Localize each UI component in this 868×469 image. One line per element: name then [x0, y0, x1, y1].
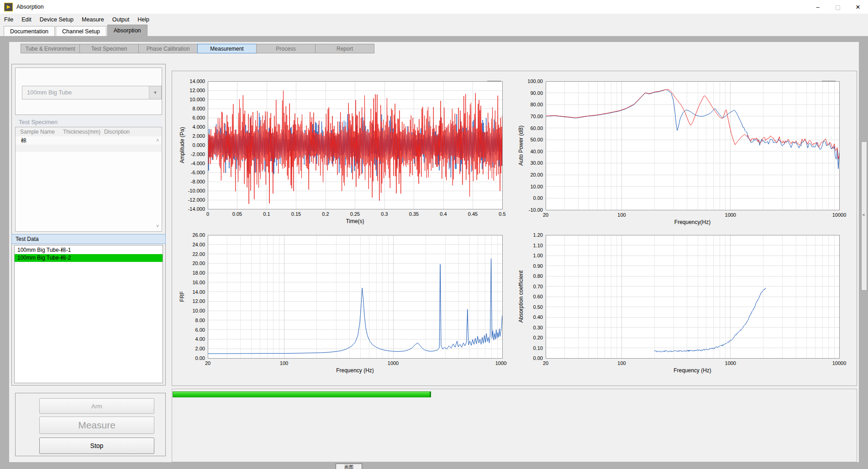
- svg-text:0.90: 0.90: [533, 263, 543, 269]
- close-button[interactable]: ✕: [848, 0, 868, 14]
- scroll-down-icon[interactable]: ˅: [156, 224, 159, 229]
- test-specimen-table[interactable]: Sample Name Thickness(mm) Discription 棉 …: [15, 127, 162, 232]
- svg-text:2.000: 2.000: [192, 133, 205, 139]
- svg-text:0.10: 0.10: [533, 345, 543, 351]
- svg-text:70.00: 70.00: [530, 114, 543, 119]
- stop-button[interactable]: Stop: [39, 438, 154, 454]
- svg-text:Frequency (Hz): Frequency (Hz): [673, 367, 711, 374]
- arm-button[interactable]: Arm: [39, 398, 154, 414]
- svg-text:8.000: 8.000: [192, 106, 205, 111]
- svg-text:90.00: 90.00: [530, 90, 543, 96]
- svg-text:-10.00: -10.00: [529, 207, 543, 213]
- test-data-list[interactable]: 100mm Big Tube-棉-1 100mm Big Tube-棉-2: [14, 245, 163, 383]
- progress-bar: [173, 391, 856, 397]
- svg-text:20.00: 20.00: [530, 172, 543, 177]
- svg-text:0.15: 0.15: [291, 211, 301, 217]
- svg-text:10.00: 10.00: [192, 308, 205, 313]
- chevron-down-icon[interactable]: ▼: [149, 86, 161, 99]
- scroll-up-icon[interactable]: ˄: [156, 138, 159, 143]
- subtab-test-specimen[interactable]: Test Specimen: [79, 44, 139, 53]
- svg-text:-12.000: -12.000: [188, 197, 205, 203]
- svg-text:20: 20: [205, 360, 210, 366]
- svg-text:0.4: 0.4: [440, 211, 447, 217]
- svg-text:22.00: 22.00: [192, 251, 205, 257]
- control-buttons-panel: Arm Measure Stop: [15, 393, 166, 456]
- app-icon-arrow: ▶: [7, 5, 11, 9]
- svg-text:20: 20: [543, 360, 548, 366]
- svg-text:1.20: 1.20: [533, 232, 543, 238]
- svg-text:0.40: 0.40: [533, 314, 543, 320]
- tab-absorption[interactable]: Absorption: [107, 25, 147, 36]
- svg-text:0.05: 0.05: [232, 211, 242, 217]
- svg-text:0.1: 0.1: [263, 211, 270, 217]
- subtab-measurement[interactable]: Measurement: [197, 44, 257, 53]
- svg-text:14.00: 14.00: [192, 289, 205, 295]
- svg-text:8.00: 8.00: [195, 318, 205, 323]
- minimize-button[interactable]: –: [808, 0, 828, 14]
- menu-bar: File Edit Device Setup Measure Output He…: [0, 14, 868, 25]
- svg-text:26.00: 26.00: [192, 232, 205, 238]
- measure-button[interactable]: Measure: [39, 417, 154, 434]
- progress-bar-fill: [173, 391, 431, 397]
- svg-text:20.00: 20.00: [192, 261, 205, 266]
- status-panel: [172, 389, 857, 462]
- svg-text:0.5: 0.5: [499, 211, 505, 217]
- subtab-tube-environment[interactable]: Tube & Environment: [21, 44, 80, 53]
- list-item[interactable]: 100mm Big Tube-棉-1: [15, 246, 163, 254]
- splitter-handle[interactable]: <: [861, 141, 867, 291]
- menu-output[interactable]: Output: [108, 14, 134, 25]
- svg-text:FRF: FRF: [179, 291, 185, 302]
- svg-text:0.3: 0.3: [381, 211, 388, 217]
- svg-text:10.00: 10.00: [530, 184, 543, 189]
- impedance-tube-dropdown[interactable]: 100mm Big Tube ▼: [22, 86, 162, 99]
- svg-text:30.00: 30.00: [530, 160, 543, 166]
- svg-text:10000: 10000: [832, 360, 847, 366]
- svg-text:100: 100: [617, 212, 626, 218]
- table-row-empty[interactable]: [16, 145, 162, 152]
- svg-text:24.00: 24.00: [192, 242, 205, 247]
- svg-text:Frequency(Hz): Frequency(Hz): [674, 219, 710, 225]
- svg-text:80.00: 80.00: [530, 102, 543, 107]
- svg-text:2.00: 2.00: [195, 346, 205, 351]
- svg-text:1000: 1000: [725, 212, 736, 218]
- table-row[interactable]: 棉: [16, 136, 162, 145]
- menu-file[interactable]: File: [0, 14, 17, 25]
- svg-text:6.00: 6.00: [195, 327, 205, 333]
- svg-text:12.00: 12.00: [192, 298, 205, 304]
- bottom-tab-huitu[interactable]: 画图: [336, 464, 362, 469]
- menu-help[interactable]: Help: [133, 14, 153, 25]
- list-item-selected[interactable]: 100mm Big Tube-棉-2: [15, 254, 163, 262]
- menu-measure[interactable]: Measure: [78, 14, 108, 25]
- tab-channel-setup[interactable]: Channel Setup: [56, 26, 106, 36]
- svg-text:18.00: 18.00: [192, 270, 205, 276]
- svg-text:4.00: 4.00: [195, 336, 205, 342]
- menu-edit[interactable]: Edit: [17, 14, 36, 25]
- svg-text:0.000: 0.000: [192, 142, 205, 148]
- svg-text:-6.000: -6.000: [191, 170, 205, 175]
- frf-graph: 26.0024.0022.0020.0018.0016.0014.0012.00…: [177, 230, 507, 381]
- svg-text:60.00: 60.00: [530, 125, 543, 131]
- svg-text:Time(s): Time(s): [346, 218, 364, 224]
- svg-text:-8.000: -8.000: [191, 179, 205, 184]
- svg-text:20: 20: [543, 212, 548, 218]
- maximize-button[interactable]: ▢: [828, 0, 848, 14]
- subtab-report[interactable]: Report: [315, 44, 374, 53]
- subtab-process[interactable]: Process: [256, 44, 316, 53]
- svg-text:Frequency (Hz): Frequency (Hz): [336, 367, 374, 374]
- svg-text:1000: 1000: [725, 360, 736, 366]
- svg-text:40.00: 40.00: [530, 149, 543, 154]
- test-specimen-title: Test Specimen: [15, 117, 162, 127]
- menu-device-setup[interactable]: Device Setup: [36, 14, 78, 25]
- svg-text:10000: 10000: [832, 212, 847, 218]
- time-domain-graph: 104.35dB 106.47dB Dev1/ai0 Dev1/ai1 14.0…: [177, 78, 507, 228]
- subtab-phase-calibration[interactable]: Phase Calibration: [138, 44, 198, 53]
- svg-text:10000: 10000: [495, 360, 507, 366]
- svg-text:0.30: 0.30: [533, 325, 543, 330]
- svg-text:50.00: 50.00: [530, 137, 543, 142]
- tab-documentation[interactable]: Documentation: [4, 26, 55, 36]
- title-bar: ▶ Absorption – ▢ ✕: [0, 0, 868, 14]
- svg-text:0: 0: [206, 211, 209, 217]
- svg-text:1.00: 1.00: [533, 253, 543, 258]
- svg-text:0.00: 0.00: [533, 355, 543, 361]
- svg-text:-2.000: -2.000: [191, 151, 205, 157]
